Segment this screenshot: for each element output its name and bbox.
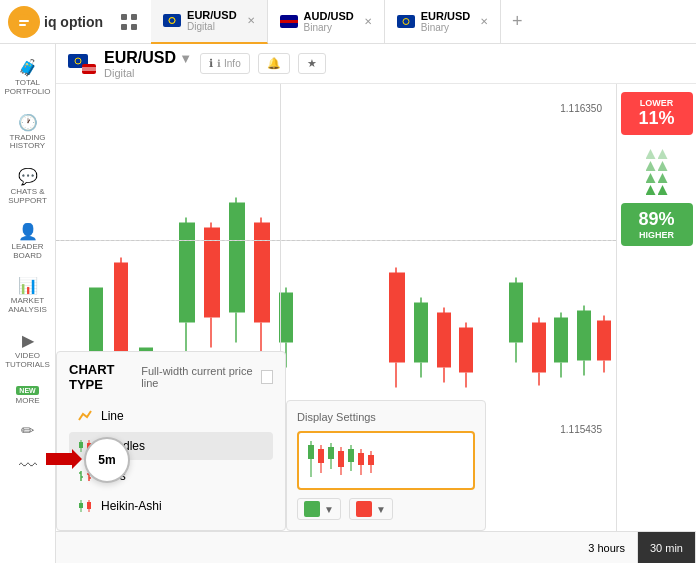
green-color-button[interactable]: ▼ xyxy=(297,498,341,520)
chart-type-title: CHART TYPE xyxy=(69,362,141,392)
svg-rect-18 xyxy=(82,67,96,71)
history-icon: 🕐 xyxy=(18,113,38,132)
draw-icon: ✏ xyxy=(21,421,34,440)
chevron-green: ▼ xyxy=(324,504,334,515)
chart-area: EUR/USD ▼ Digital ℹ ℹ Info 🔔 ★ LOWER 11% xyxy=(56,44,696,563)
sidebar-item-more[interactable]: NEW MORE xyxy=(4,380,52,412)
tutorials-icon: ▶ xyxy=(22,331,34,350)
pair-flags xyxy=(68,54,96,74)
bell-button[interactable]: 🔔 xyxy=(258,53,290,74)
svg-rect-6 xyxy=(131,24,137,30)
chat-icon: 💬 xyxy=(18,167,38,186)
sidebar-item-chat[interactable]: 💬 CHATS & SUPPORT xyxy=(4,161,52,212)
sidebar-item-history[interactable]: 🕐 TRADING HISTORY xyxy=(4,107,52,158)
chevron-up-6 xyxy=(658,173,668,183)
chevron-red: ▼ xyxy=(376,504,386,515)
svg-rect-11 xyxy=(280,20,298,23)
fullwidth-checkbox[interactable] xyxy=(261,370,273,384)
chart-type-header: CHART TYPE Full-width current price line xyxy=(69,362,273,392)
sidebar-item-leader[interactable]: 👤 LEADER BOARD xyxy=(4,216,52,267)
tab-close-1[interactable]: ✕ xyxy=(247,15,255,26)
fullwidth-label: Full-width current price line xyxy=(141,365,273,389)
tabs-container: EUR/USD Digital ✕ AUD/USD Binary ✕ EUR/U… xyxy=(151,0,501,44)
svg-rect-26 xyxy=(179,223,195,323)
pair-name: EUR/USD xyxy=(104,49,176,66)
sidebar-item-tutorials[interactable]: ▶ VIDEO TUTORIALS xyxy=(4,325,52,376)
price-lower: 1.115435 xyxy=(556,423,606,436)
crosshair-h xyxy=(56,240,616,241)
tab-audusd-binary[interactable]: AUD/USD Binary ✕ xyxy=(268,0,385,44)
wave-icon: 〰 xyxy=(19,456,37,477)
pair-type: Digital xyxy=(104,67,192,79)
chevron-up-4 xyxy=(658,161,668,171)
svg-rect-92 xyxy=(358,453,364,465)
price-upper: 1.116350 xyxy=(556,102,606,115)
svg-rect-88 xyxy=(338,451,344,467)
time-bar: 3 hours 30 min xyxy=(56,531,696,563)
svg-rect-82 xyxy=(308,445,314,459)
svg-rect-94 xyxy=(368,455,374,465)
timer-button[interactable]: 5m xyxy=(84,437,130,483)
svg-rect-22 xyxy=(114,263,128,353)
sidebar-label-tutorials: VIDEO TUTORIALS xyxy=(5,352,50,370)
tab-eurusd-digital[interactable]: EUR/USD Digital ✕ xyxy=(151,0,268,44)
tab-close-3[interactable]: ✕ xyxy=(480,16,488,27)
sidebar-label-analysis: MARKET ANALYSIS xyxy=(6,297,50,315)
svg-rect-47 xyxy=(437,313,451,368)
time-btn-3h[interactable]: 3 hours xyxy=(576,532,638,563)
display-settings-title: Display Settings xyxy=(297,411,475,423)
sidebar-label-leader: LEADER BOARD xyxy=(6,243,50,261)
green-swatch xyxy=(304,501,320,517)
chevron-up-5 xyxy=(646,173,656,183)
tab-eurusd-binary[interactable]: EUR/USD Binary ✕ xyxy=(385,0,502,44)
red-arrow-icon xyxy=(46,445,82,473)
trade-lower-button[interactable]: LOWER 11% xyxy=(621,92,693,135)
trade-higher-button[interactable]: 89% HIGHER xyxy=(621,203,693,246)
leader-icon: 👤 xyxy=(18,222,38,241)
info-icon: ℹ xyxy=(209,57,213,70)
sidebar-item-draw[interactable]: ✏ xyxy=(4,415,52,446)
svg-marker-95 xyxy=(46,449,82,469)
sidebar-item-portfolio[interactable]: 🧳 TOTAL PORTFOLIO xyxy=(4,52,52,103)
svg-rect-56 xyxy=(532,323,546,373)
sidebar-item-analysis[interactable]: 📊 MARKET ANALYSIS xyxy=(4,270,52,321)
sidebar-label-portfolio: TOTAL PORTFOLIO xyxy=(4,79,50,97)
svg-rect-78 xyxy=(79,503,83,508)
sidebar: 🧳 TOTAL PORTFOLIO 🕐 TRADING HISTORY 💬 CH… xyxy=(0,44,56,563)
svg-rect-86 xyxy=(328,447,334,459)
chart-type-line[interactable]: Line xyxy=(69,402,273,430)
star-button[interactable]: ★ xyxy=(298,53,326,74)
chevron-up-2 xyxy=(658,149,668,159)
chevron-up-1 xyxy=(646,149,656,159)
svg-rect-32 xyxy=(229,203,245,313)
main-content: 🧳 TOTAL PORTFOLIO 🕐 TRADING HISTORY 💬 CH… xyxy=(0,44,696,563)
trade-panel: LOWER 11% xyxy=(616,84,696,531)
portfolio-icon: 🧳 xyxy=(18,58,38,77)
candle-preview xyxy=(297,431,475,490)
svg-rect-38 xyxy=(279,293,293,343)
red-color-button[interactable]: ▼ xyxy=(349,498,393,520)
svg-rect-12 xyxy=(397,15,415,28)
time-btn-30m[interactable]: 30 min xyxy=(638,532,696,563)
logo: iq option xyxy=(8,6,103,38)
svg-rect-41 xyxy=(389,273,405,363)
sidebar-label-chat: CHATS & SUPPORT xyxy=(6,188,50,206)
sidebar-item-wave[interactable]: 〰 xyxy=(4,450,52,483)
svg-rect-2 xyxy=(19,24,26,26)
svg-rect-80 xyxy=(87,502,91,509)
add-tab-button[interactable]: + xyxy=(501,0,533,44)
svg-rect-53 xyxy=(509,283,523,343)
candle-preview-svg xyxy=(303,437,379,481)
color-row: ▼ ▼ xyxy=(297,498,475,520)
red-swatch xyxy=(356,501,372,517)
svg-rect-1 xyxy=(19,20,29,22)
analysis-icon: 📊 xyxy=(18,276,38,295)
info-button[interactable]: ℹ ℹ Info xyxy=(200,53,249,74)
grid-icon[interactable] xyxy=(115,8,143,36)
tab-close-2[interactable]: ✕ xyxy=(364,16,372,27)
svg-rect-35 xyxy=(254,223,270,323)
dropdown-arrow[interactable]: ▼ xyxy=(179,51,192,66)
top-navigation: iq option EUR/USD Digital ✕ xyxy=(0,0,696,44)
timer-arrow-container: 5m xyxy=(84,437,130,483)
chart-type-heikin[interactable]: Heikin-Ashi xyxy=(69,492,273,520)
